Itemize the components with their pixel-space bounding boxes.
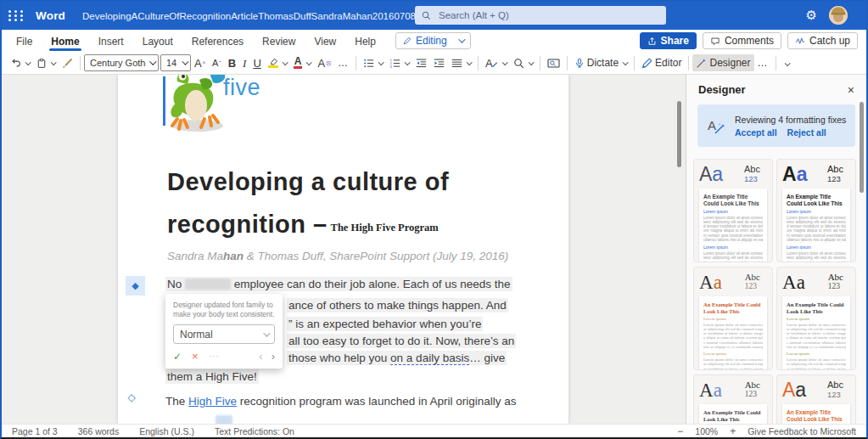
highlight-color-button[interactable] (265, 55, 290, 70)
dictate-button[interactable]: Dictate (571, 54, 630, 71)
tab-home[interactable]: Home (42, 31, 88, 51)
designer-change-tooltip: Designer updated font family to make you… (165, 294, 283, 369)
style-card[interactable]: Aa Abc123 An Example Title Could Look Li… (693, 159, 773, 262)
avatar-image (829, 6, 848, 25)
paste-button[interactable] (33, 55, 59, 71)
search-box[interactable] (415, 6, 666, 25)
tab-review[interactable]: Review (253, 31, 305, 51)
share-button[interactable]: Share (640, 32, 697, 49)
language-indicator[interactable]: English (U.S.) (139, 426, 194, 436)
body-line[interactable]: those who help you on a daily basis… giv… (287, 352, 507, 364)
change-more-options-button[interactable]: ··· (209, 352, 220, 361)
find-button[interactable] (510, 55, 536, 71)
toolbar-more-button[interactable]: … (754, 54, 772, 71)
comments-button[interactable]: Comments (703, 32, 781, 49)
style-dropdown[interactable]: Normal (173, 324, 275, 344)
zoom-in-button[interactable]: + (730, 425, 736, 437)
style-card[interactable]: Aa Abc123 An Example Title Could Look Li… (693, 267, 773, 370)
format-painter-button[interactable] (59, 55, 76, 71)
editor-suggestion-text[interactable]: on a daily basis (390, 352, 469, 365)
high-five-hyperlink[interactable]: High Five (188, 395, 237, 408)
underline-button[interactable]: U (249, 55, 264, 71)
tab-references[interactable]: References (182, 31, 253, 51)
clear-formatting-button[interactable]: A⦻ (314, 55, 334, 71)
svg-text:A: A (708, 118, 716, 132)
editor-button[interactable]: Editor (638, 54, 685, 71)
zoom-out-button[interactable]: − (677, 425, 683, 437)
body-line[interactable]: all too easy to forget to do it. Now, th… (287, 335, 516, 347)
tab-help[interactable]: Help (345, 31, 385, 51)
font-more-options-button[interactable]: … (334, 54, 352, 71)
body-line[interactable]: ” is an expected behavior when you’re (287, 318, 483, 330)
app-name[interactable]: Word (36, 9, 65, 22)
previous-change-button[interactable]: ‹ (259, 350, 262, 363)
shrink-font-button[interactable]: Aˇ (209, 55, 225, 71)
collapse-ribbon-button[interactable] (780, 58, 792, 69)
undo-button[interactable] (7, 55, 33, 70)
ribbon-tab-row: File Home Insert Layout References Revie… (2, 30, 866, 52)
search-input[interactable] (437, 9, 659, 21)
alignment-button[interactable] (448, 55, 474, 71)
word-count[interactable]: 366 words (78, 426, 119, 436)
font-name-select[interactable]: Century Gothic (84, 54, 159, 71)
grow-font-button[interactable]: A^ (191, 55, 209, 71)
accept-change-button[interactable]: ✓ (173, 351, 182, 363)
accept-all-button[interactable]: Accept all (735, 127, 777, 138)
feedback-link[interactable]: Give Feedback to Microsoft (748, 426, 856, 436)
reading-view-button[interactable] (544, 55, 563, 71)
font-size-value: 14 (166, 58, 176, 68)
bullets-button[interactable] (360, 55, 386, 71)
account-avatar[interactable] (829, 6, 848, 25)
reject-change-button[interactable]: × (192, 352, 199, 361)
panel-scrollbar-thumb[interactable] (860, 102, 864, 193)
catch-up-button[interactable]: Catch up (787, 32, 858, 49)
document-page[interactable]: five Developing a culture of recognition… (118, 75, 568, 424)
preview-title: An Example Title Could Look Like This (703, 301, 763, 314)
settings-gear-icon[interactable]: ⚙ (806, 8, 817, 22)
numbering-button[interactable]: 1 2 3 (386, 55, 412, 71)
text-predictions-toggle[interactable]: Text Predictions: On (215, 426, 294, 436)
change-marker[interactable]: ◇ (125, 391, 138, 404)
style-card[interactable]: Aa Abc123 An Example Title Could Look Li… (776, 374, 856, 424)
home-toolbar: Century Gothic 14 A^ Aˇ B I U A A⦻ … (2, 52, 866, 75)
app-launcher-button[interactable] (2, 2, 31, 30)
document-canvas[interactable]: five Developing a culture of recognition… (2, 75, 686, 424)
editing-mode-button[interactable]: Editing (395, 32, 471, 49)
font-sample-abc: Abc123 (827, 380, 843, 399)
italic-button[interactable]: I (239, 55, 249, 71)
byline-part: Sandra Ma (167, 250, 223, 262)
document-byline[interactable]: Sandra Mahan & Thomas Duff, SharePoint S… (167, 250, 508, 262)
close-panel-icon[interactable]: × (848, 85, 854, 95)
change-marker-selected[interactable]: ◆ (126, 276, 145, 295)
font-color-button[interactable]: A (290, 54, 315, 71)
document-scrollbar-thumb[interactable] (677, 101, 681, 167)
document-heading-line2[interactable]: recognition –The High Five Program (167, 211, 439, 239)
decrease-indent-button[interactable] (412, 55, 430, 71)
reject-all-button[interactable]: Reject all (787, 127, 826, 138)
body-line[interactable]: them a High Five! (165, 370, 259, 383)
next-change-button[interactable]: › (272, 350, 275, 363)
tab-layout[interactable]: Layout (133, 31, 182, 51)
body-line[interactable]: No employee can do their job alone. Each… (165, 278, 512, 290)
body-line[interactable]: a way for employees to recognize and rew… (165, 415, 474, 424)
zoom-level[interactable]: 100% (695, 426, 718, 436)
page-count[interactable]: Page 1 of 3 (12, 426, 58, 436)
body-text: recognition program was launched in Apri… (237, 395, 516, 408)
body-line[interactable]: ance of others to make things happen. An… (287, 299, 508, 312)
body-text: all too easy to forget to do it. Now, th… (287, 334, 516, 348)
tab-file[interactable]: File (7, 31, 42, 51)
bold-button[interactable]: B (225, 55, 239, 71)
tab-insert[interactable]: Insert (89, 31, 133, 51)
style-card[interactable]: Aa Abc123 An Example Title Could Look Li… (776, 159, 856, 262)
document-heading-line1[interactable]: Developing a culture of (167, 168, 449, 196)
style-card[interactable]: Aa Abc123 An Example Title Could Look Li… (776, 267, 856, 370)
font-size-select[interactable]: 14 (160, 54, 191, 71)
dictate-label: Dictate (587, 57, 619, 69)
body-line[interactable]: The High Five recognition program was la… (165, 395, 516, 408)
tab-view[interactable]: View (305, 31, 345, 51)
designer-button[interactable]: Designer (692, 54, 753, 71)
increase-indent-button[interactable] (430, 55, 448, 71)
document-title[interactable]: DevelopingACultureOfRecognitionArticleTh… (82, 11, 452, 21)
styles-button[interactable]: A (482, 55, 510, 71)
style-card[interactable]: Aa Abc123 An Example Title Could Look Li… (693, 374, 773, 424)
